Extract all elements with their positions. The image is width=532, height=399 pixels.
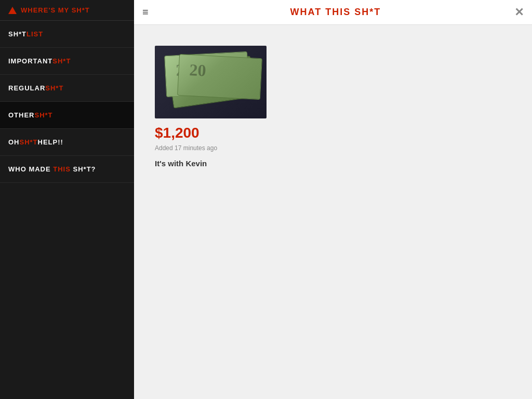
sidebar-item-red: THIS — [53, 165, 73, 173]
sidebar-item-shit-list[interactable]: SH*TLIST — [0, 21, 134, 48]
sidebar-item-white: REGULAR — [8, 84, 45, 92]
content-area: 20 20 20 $1,200 Added 17 minutes ago It'… — [134, 25, 532, 399]
sidebar-title: WHERE'S MY SH*T — [21, 6, 90, 14]
bill-2: 20 — [177, 54, 262, 100]
topbar-title: WHAT THIS SH*T — [157, 7, 514, 18]
sidebar-title-red: SH*T — [72, 6, 90, 14]
sidebar-item-regular-shit[interactable]: REGULARSH*T — [0, 75, 134, 102]
sidebar-item-red: LIST — [26, 30, 43, 38]
sidebar-item-red: SH*T — [52, 57, 71, 65]
sidebar-header: WHERE'S MY SH*T — [0, 0, 134, 21]
sidebar-item-white-1: OH — [8, 138, 20, 146]
sidebar-item-important-shit[interactable]: IMPORTANTSH*T — [0, 48, 134, 75]
close-icon[interactable]: ✕ — [514, 6, 524, 19]
money-image: 20 20 20 — [155, 46, 267, 118]
sidebar-item-red: SH*T — [35, 111, 53, 119]
sidebar-item-white-1: WHO MADE — [8, 165, 53, 173]
sidebar: WHERE'S MY SH*T SH*TLIST IMPORTANTSH*T R… — [0, 0, 134, 399]
sidebar-item-red: SH*T — [45, 84, 63, 92]
sidebar-item-white-2: SH*T? — [73, 165, 96, 173]
triangle-icon — [8, 7, 17, 14]
topbar-title-red: SH*T — [354, 7, 381, 17]
topbar: ≡ WHAT THIS SH*T ✕ — [134, 0, 532, 25]
sidebar-item-white: OTHER — [8, 111, 35, 119]
topbar-title-black: WHAT THIS — [290, 7, 355, 17]
item-card: 20 20 20 $1,200 Added 17 minutes ago It'… — [155, 46, 269, 168]
item-timestamp: Added 17 minutes ago — [155, 144, 269, 152]
menu-icon[interactable]: ≡ — [142, 6, 149, 18]
item-location: It's with Kevin — [155, 159, 269, 168]
item-price: $1,200 — [155, 125, 269, 141]
sidebar-item-oh-shit-help[interactable]: OHSH*THELP!! — [0, 129, 134, 156]
sidebar-item-other-shit[interactable]: OTHERSH*T — [0, 102, 134, 129]
item-image-container: 20 20 20 — [155, 46, 267, 118]
main-content: ≡ WHAT THIS SH*T ✕ 20 20 20 — [134, 0, 532, 399]
sidebar-item-white: IMPORTANT — [8, 57, 52, 65]
sidebar-title-white: WHERE'S MY — [21, 6, 72, 14]
sidebar-item-white-2: HELP!! — [38, 138, 63, 146]
sidebar-item-white: SH*T — [8, 30, 26, 38]
sidebar-item-red: SH*T — [20, 138, 38, 146]
sidebar-item-who-made-this[interactable]: WHO MADE THIS SH*T? — [0, 156, 134, 183]
